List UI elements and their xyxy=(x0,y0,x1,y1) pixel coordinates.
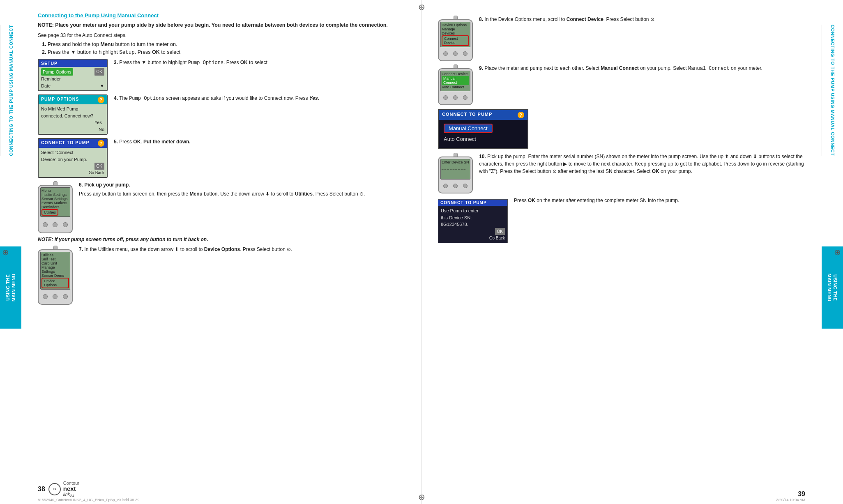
connect-header: CONNECT TO PUMP ? xyxy=(39,139,107,148)
connect-to-pump-meter-section: CONNECT TO PUMP ? Manual Connect Auto Co… xyxy=(438,109,805,149)
pump-screen-enter-sn: Enter Device SN _ _ _ _ _ _ _ _ _ xyxy=(440,159,470,180)
step-8-text: 8. In the Device Options menu, scroll to… xyxy=(479,16,805,23)
connect-to-pump-section: CONNECT TO PUMP ? Select "Connect Device… xyxy=(38,138,405,178)
ok-btn: OK xyxy=(495,228,505,235)
note-banner-2: NOTE: If your pump screen turns off, pre… xyxy=(38,237,405,242)
pump-btn xyxy=(53,222,58,227)
pump-btn xyxy=(63,222,68,227)
logo-brand: Contour xyxy=(63,481,79,486)
step-3-text: 3. Press the ▼ button to highlight Pump … xyxy=(114,59,405,67)
right-side-tab-top: Connecting to the Pump Using Manual Conn… xyxy=(822,25,843,156)
footer-file-left: 81552940_CntrNextLINK2_4_UG_ENca_FpBp_v0… xyxy=(38,498,139,502)
right-side-tab-bottom: USING THE MAIN MENU xyxy=(822,246,843,329)
footer-right: 39 xyxy=(798,490,805,498)
utilities-highlight: Utilities xyxy=(41,209,58,216)
left-side-tab-bottom: USING THE MAIN MENU xyxy=(0,246,21,329)
footer-date: 3/20/14 10:04 AM xyxy=(776,498,805,502)
setup-row-pump-options: Pump Options OK xyxy=(41,68,104,76)
go-back-btn: Go Back xyxy=(489,235,505,241)
pump-btn-2 xyxy=(53,294,58,299)
step-7-section: Utilities Self Test Carb Unit Manage Set… xyxy=(38,246,405,305)
connect-body: Select "Connect Device" on your Pump. OK… xyxy=(39,148,107,177)
footer-left: 38 B Contour next link24 xyxy=(38,481,79,498)
pump-screen-manual-connect: Connect Device Manual Connect Auto Conne… xyxy=(440,71,470,91)
pump-device-options-illus: Device Options Manage Devices Connect De… xyxy=(438,16,473,61)
step-9-text: 9. Place the meter and pump next to each… xyxy=(479,64,805,72)
step-9-section: Connect Device Manual Connect Auto Conne… xyxy=(438,64,805,105)
reg-mark-right: ⊕ xyxy=(834,247,841,257)
setup-screen-section: SETUP Pump Options OK Reminder Date ▼ xyxy=(38,59,405,92)
connect-header-meter: CONNECT TO PUMP ? xyxy=(439,110,527,120)
logo-suffix: link24 xyxy=(63,492,79,498)
step-1: 1. Press and hold the top Menu button to… xyxy=(42,41,405,47)
note-text: NOTE: Place your meter and your pump sid… xyxy=(38,22,405,29)
pump-options-header: PUMP OPTIONS ? xyxy=(39,95,107,104)
pump-options-body: No MiniMed Pump connected. Connect now? … xyxy=(39,104,107,134)
bottom-connect-screen: CONNECT TO PUMP Use Pump to enter this D… xyxy=(438,199,508,243)
connect-to-pump-meter-screen: CONNECT TO PUMP ? Manual Connect Auto Co… xyxy=(438,109,528,149)
bottom-connect-body: Use Pump to enter this Device SN: 8G1234… xyxy=(438,206,507,243)
pump-buttons-2 xyxy=(40,291,70,302)
pump-screen-inner: Menu Insulin Settings Sensor Settings Ev… xyxy=(40,187,70,217)
right-page: Device Options Manage Devices Connect De… xyxy=(422,0,822,504)
pump-screen-device-options: Device Options Manage Devices Connect De… xyxy=(440,22,470,47)
step-10-section: Enter Device SN _ _ _ _ _ _ _ _ _ 10 xyxy=(438,153,805,193)
see-page-text: See page 33 for the Auto Connect steps. xyxy=(38,32,405,38)
pump-utilities-wrapper: Utilities Self Test Carb Unit Manage Set… xyxy=(38,246,73,305)
pump-btn-2 xyxy=(63,294,68,299)
main-content: Connecting to the Pump Using Manual Conn… xyxy=(21,0,822,504)
connect-meter-body: Manual Connect Auto Connect xyxy=(439,120,527,148)
device-options-highlight: Device Options xyxy=(41,278,69,288)
connect-device-highlight: Connect Device xyxy=(442,35,469,46)
bottom-connect-header: CONNECT TO PUMP xyxy=(438,200,507,206)
left-side-tab-top: Connecting to the Pump Using Manual Conn… xyxy=(0,25,21,156)
step-10-text: 10. Pick up the pump. Enter the meter se… xyxy=(479,153,805,175)
page-num-left: 38 xyxy=(38,486,45,493)
setup-screen: SETUP Pump Options OK Reminder Date ▼ xyxy=(38,59,108,92)
setup-screen-header: SETUP xyxy=(39,60,107,67)
page-num-right: 39 xyxy=(798,490,805,497)
pump-screen-utilities: Utilities Self Test Carb Unit Manage Set… xyxy=(40,252,70,290)
bottom-connect-section: CONNECT TO PUMP Use Pump to enter this D… xyxy=(438,197,805,243)
pump-menu-wrapper: Menu Insulin Settings Sensor Settings Ev… xyxy=(38,181,73,233)
question-icon: ? xyxy=(98,97,104,103)
section-title: Connecting to the Pump Using Manual Conn… xyxy=(38,12,405,18)
connect-device-pump-wrapper: Connect Device Manual Connect Auto Conne… xyxy=(438,64,473,105)
pump-device-illus: Menu Insulin Settings Sensor Settings Ev… xyxy=(38,181,73,233)
question-icon-2: ? xyxy=(98,140,104,147)
connect-to-pump-wrapper: CONNECT TO PUMP ? Select "Connect Device… xyxy=(38,138,108,178)
device-options-pump-wrapper: Device Options Manage Devices Connect De… xyxy=(438,16,473,61)
step-7-text: 7. In the Utilities menu, use the down a… xyxy=(79,246,405,253)
pump-options-screen-wrapper: PUMP OPTIONS ? No MiniMed Pump connected… xyxy=(38,94,108,135)
pump-device-illus-2: Utilities Self Test Carb Unit Manage Set… xyxy=(38,246,73,305)
enter-sn-wrapper: Enter Device SN _ _ _ _ _ _ _ _ _ xyxy=(438,153,473,193)
pump-body: Menu Insulin Settings Sensor Settings Ev… xyxy=(38,185,73,233)
manual-connect-highlight: Manual Connect xyxy=(442,76,469,85)
setup-screen-wrapper: SETUP Pump Options OK Reminder Date ▼ xyxy=(38,59,108,92)
step-8-section: Device Options Manage Devices Connect De… xyxy=(438,16,805,61)
logo-area: B Contour next link24 xyxy=(48,481,79,498)
reg-mark-left: ⊕ xyxy=(2,247,9,257)
pump-btn-2 xyxy=(43,294,48,299)
setup-row-reminder: Reminder xyxy=(41,76,104,83)
connect-to-pump-screen: CONNECT TO PUMP ? Select "Connect Device… xyxy=(38,138,108,178)
left-page: Connecting to the Pump Using Manual Conn… xyxy=(21,0,422,504)
setup-row-date: Date ▼ xyxy=(41,83,104,90)
setup-screen-body: Pump Options OK Reminder Date ▼ xyxy=(39,67,107,91)
manual-connect-option: Manual Connect xyxy=(444,124,493,133)
pump-btn xyxy=(43,222,48,227)
press-ok-text: Press OK on the meter after entering the… xyxy=(514,197,805,204)
pump-buttons xyxy=(40,219,70,231)
pump-body-2: Utilities Self Test Carb Unit Manage Set… xyxy=(38,249,73,305)
step-5-text: 5. Press OK. Put the meter down. xyxy=(114,138,405,145)
pump-options-screen: PUMP OPTIONS ? No MiniMed Pump connected… xyxy=(38,94,108,135)
step-2: 2. Press the ▼ button to highlight Setup… xyxy=(42,49,405,55)
logo-icon: B xyxy=(48,483,61,495)
step-4-text: 4. The Pump Options screen appears and a… xyxy=(114,94,405,102)
pump-options-screen-section: PUMP OPTIONS ? No MiniMed Pump connected… xyxy=(38,94,405,135)
step-6-section: Menu Insulin Settings Sensor Settings Ev… xyxy=(38,181,405,233)
question-icon-meter: ? xyxy=(518,112,524,118)
step-6-text: 6. Pick up your pump. Press any button t… xyxy=(79,181,405,198)
logo-model: next xyxy=(63,486,79,492)
